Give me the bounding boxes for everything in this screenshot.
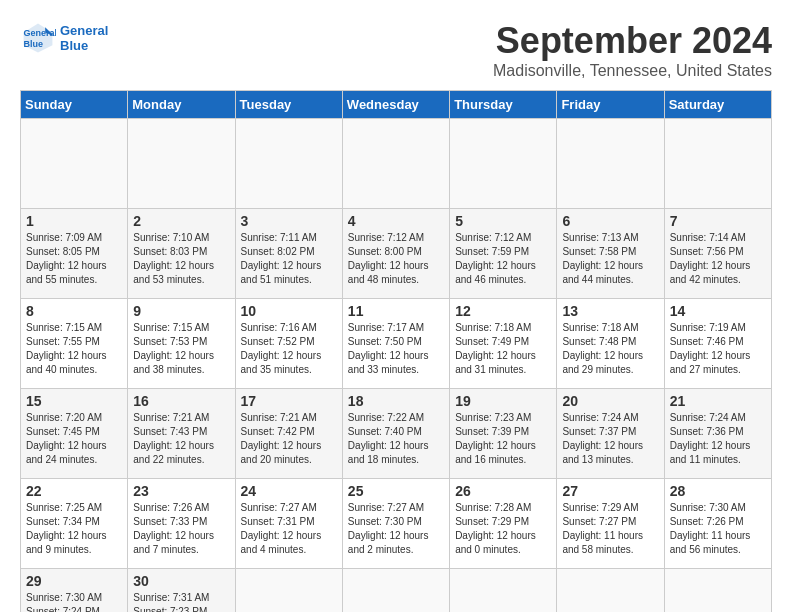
day-number: 20 bbox=[562, 393, 658, 409]
day-number: 26 bbox=[455, 483, 551, 499]
calendar-header-monday: Monday bbox=[128, 91, 235, 119]
calendar-header-wednesday: Wednesday bbox=[342, 91, 449, 119]
calendar-cell: 18Sunrise: 7:22 AM Sunset: 7:40 PM Dayli… bbox=[342, 389, 449, 479]
cell-details: Sunrise: 7:27 AM Sunset: 7:30 PM Dayligh… bbox=[348, 501, 444, 557]
calendar-header-friday: Friday bbox=[557, 91, 664, 119]
calendar-cell: 5Sunrise: 7:12 AM Sunset: 7:59 PM Daylig… bbox=[450, 209, 557, 299]
cell-details: Sunrise: 7:19 AM Sunset: 7:46 PM Dayligh… bbox=[670, 321, 766, 377]
day-number: 27 bbox=[562, 483, 658, 499]
calendar-cell: 17Sunrise: 7:21 AM Sunset: 7:42 PM Dayli… bbox=[235, 389, 342, 479]
calendar-cell: 23Sunrise: 7:26 AM Sunset: 7:33 PM Dayli… bbox=[128, 479, 235, 569]
day-number: 7 bbox=[670, 213, 766, 229]
calendar-cell bbox=[235, 119, 342, 209]
logo-text: General Blue bbox=[60, 23, 108, 53]
calendar-cell: 1Sunrise: 7:09 AM Sunset: 8:05 PM Daylig… bbox=[21, 209, 128, 299]
cell-details: Sunrise: 7:14 AM Sunset: 7:56 PM Dayligh… bbox=[670, 231, 766, 287]
logo-icon: General Blue bbox=[20, 20, 56, 56]
cell-details: Sunrise: 7:09 AM Sunset: 8:05 PM Dayligh… bbox=[26, 231, 122, 287]
day-number: 1 bbox=[26, 213, 122, 229]
calendar-header-tuesday: Tuesday bbox=[235, 91, 342, 119]
calendar-table: SundayMondayTuesdayWednesdayThursdayFrid… bbox=[20, 90, 772, 612]
day-number: 29 bbox=[26, 573, 122, 589]
cell-details: Sunrise: 7:28 AM Sunset: 7:29 PM Dayligh… bbox=[455, 501, 551, 557]
calendar-cell: 3Sunrise: 7:11 AM Sunset: 8:02 PM Daylig… bbox=[235, 209, 342, 299]
calendar-cell bbox=[557, 569, 664, 613]
calendar-cell: 22Sunrise: 7:25 AM Sunset: 7:34 PM Dayli… bbox=[21, 479, 128, 569]
day-number: 18 bbox=[348, 393, 444, 409]
day-number: 3 bbox=[241, 213, 337, 229]
day-number: 15 bbox=[26, 393, 122, 409]
day-number: 8 bbox=[26, 303, 122, 319]
calendar-cell: 25Sunrise: 7:27 AM Sunset: 7:30 PM Dayli… bbox=[342, 479, 449, 569]
cell-details: Sunrise: 7:24 AM Sunset: 7:36 PM Dayligh… bbox=[670, 411, 766, 467]
cell-details: Sunrise: 7:10 AM Sunset: 8:03 PM Dayligh… bbox=[133, 231, 229, 287]
logo: General Blue General Blue bbox=[20, 20, 108, 56]
calendar-cell: 24Sunrise: 7:27 AM Sunset: 7:31 PM Dayli… bbox=[235, 479, 342, 569]
calendar-cell: 9Sunrise: 7:15 AM Sunset: 7:53 PM Daylig… bbox=[128, 299, 235, 389]
cell-details: Sunrise: 7:31 AM Sunset: 7:23 PM Dayligh… bbox=[133, 591, 229, 612]
cell-details: Sunrise: 7:30 AM Sunset: 7:24 PM Dayligh… bbox=[26, 591, 122, 612]
calendar-cell: 29Sunrise: 7:30 AM Sunset: 7:24 PM Dayli… bbox=[21, 569, 128, 613]
calendar-week-row bbox=[21, 119, 772, 209]
calendar-week-row: 22Sunrise: 7:25 AM Sunset: 7:34 PM Dayli… bbox=[21, 479, 772, 569]
page-header: General Blue General Blue September 2024… bbox=[20, 20, 772, 80]
day-number: 22 bbox=[26, 483, 122, 499]
calendar-cell: 30Sunrise: 7:31 AM Sunset: 7:23 PM Dayli… bbox=[128, 569, 235, 613]
calendar-header-saturday: Saturday bbox=[664, 91, 771, 119]
calendar-cell bbox=[342, 569, 449, 613]
cell-details: Sunrise: 7:13 AM Sunset: 7:58 PM Dayligh… bbox=[562, 231, 658, 287]
calendar-week-row: 15Sunrise: 7:20 AM Sunset: 7:45 PM Dayli… bbox=[21, 389, 772, 479]
cell-details: Sunrise: 7:12 AM Sunset: 8:00 PM Dayligh… bbox=[348, 231, 444, 287]
day-number: 23 bbox=[133, 483, 229, 499]
calendar-week-row: 1Sunrise: 7:09 AM Sunset: 8:05 PM Daylig… bbox=[21, 209, 772, 299]
cell-details: Sunrise: 7:21 AM Sunset: 7:42 PM Dayligh… bbox=[241, 411, 337, 467]
cell-details: Sunrise: 7:17 AM Sunset: 7:50 PM Dayligh… bbox=[348, 321, 444, 377]
cell-details: Sunrise: 7:26 AM Sunset: 7:33 PM Dayligh… bbox=[133, 501, 229, 557]
calendar-cell: 6Sunrise: 7:13 AM Sunset: 7:58 PM Daylig… bbox=[557, 209, 664, 299]
svg-text:Blue: Blue bbox=[24, 39, 44, 49]
calendar-header-row: SundayMondayTuesdayWednesdayThursdayFrid… bbox=[21, 91, 772, 119]
day-number: 25 bbox=[348, 483, 444, 499]
calendar-cell: 13Sunrise: 7:18 AM Sunset: 7:48 PM Dayli… bbox=[557, 299, 664, 389]
calendar-cell: 28Sunrise: 7:30 AM Sunset: 7:26 PM Dayli… bbox=[664, 479, 771, 569]
cell-details: Sunrise: 7:16 AM Sunset: 7:52 PM Dayligh… bbox=[241, 321, 337, 377]
calendar-cell: 21Sunrise: 7:24 AM Sunset: 7:36 PM Dayli… bbox=[664, 389, 771, 479]
cell-details: Sunrise: 7:25 AM Sunset: 7:34 PM Dayligh… bbox=[26, 501, 122, 557]
location-title: Madisonville, Tennessee, United States bbox=[493, 62, 772, 80]
calendar-cell: 12Sunrise: 7:18 AM Sunset: 7:49 PM Dayli… bbox=[450, 299, 557, 389]
cell-details: Sunrise: 7:21 AM Sunset: 7:43 PM Dayligh… bbox=[133, 411, 229, 467]
day-number: 19 bbox=[455, 393, 551, 409]
calendar-cell bbox=[235, 569, 342, 613]
calendar-header-thursday: Thursday bbox=[450, 91, 557, 119]
calendar-header-sunday: Sunday bbox=[21, 91, 128, 119]
calendar-cell: 4Sunrise: 7:12 AM Sunset: 8:00 PM Daylig… bbox=[342, 209, 449, 299]
day-number: 24 bbox=[241, 483, 337, 499]
calendar-cell: 2Sunrise: 7:10 AM Sunset: 8:03 PM Daylig… bbox=[128, 209, 235, 299]
calendar-cell: 27Sunrise: 7:29 AM Sunset: 7:27 PM Dayli… bbox=[557, 479, 664, 569]
day-number: 11 bbox=[348, 303, 444, 319]
calendar-week-row: 8Sunrise: 7:15 AM Sunset: 7:55 PM Daylig… bbox=[21, 299, 772, 389]
day-number: 30 bbox=[133, 573, 229, 589]
day-number: 28 bbox=[670, 483, 766, 499]
day-number: 13 bbox=[562, 303, 658, 319]
calendar-cell bbox=[557, 119, 664, 209]
calendar-cell bbox=[342, 119, 449, 209]
calendar-week-row: 29Sunrise: 7:30 AM Sunset: 7:24 PM Dayli… bbox=[21, 569, 772, 613]
calendar-cell bbox=[664, 569, 771, 613]
day-number: 12 bbox=[455, 303, 551, 319]
calendar-body: 1Sunrise: 7:09 AM Sunset: 8:05 PM Daylig… bbox=[21, 119, 772, 613]
day-number: 17 bbox=[241, 393, 337, 409]
calendar-cell: 19Sunrise: 7:23 AM Sunset: 7:39 PM Dayli… bbox=[450, 389, 557, 479]
cell-details: Sunrise: 7:29 AM Sunset: 7:27 PM Dayligh… bbox=[562, 501, 658, 557]
cell-details: Sunrise: 7:23 AM Sunset: 7:39 PM Dayligh… bbox=[455, 411, 551, 467]
cell-details: Sunrise: 7:27 AM Sunset: 7:31 PM Dayligh… bbox=[241, 501, 337, 557]
day-number: 4 bbox=[348, 213, 444, 229]
title-section: September 2024 Madisonville, Tennessee, … bbox=[493, 20, 772, 80]
calendar-cell: 7Sunrise: 7:14 AM Sunset: 7:56 PM Daylig… bbox=[664, 209, 771, 299]
cell-details: Sunrise: 7:12 AM Sunset: 7:59 PM Dayligh… bbox=[455, 231, 551, 287]
calendar-cell: 15Sunrise: 7:20 AM Sunset: 7:45 PM Dayli… bbox=[21, 389, 128, 479]
day-number: 2 bbox=[133, 213, 229, 229]
day-number: 16 bbox=[133, 393, 229, 409]
calendar-cell: 8Sunrise: 7:15 AM Sunset: 7:55 PM Daylig… bbox=[21, 299, 128, 389]
cell-details: Sunrise: 7:24 AM Sunset: 7:37 PM Dayligh… bbox=[562, 411, 658, 467]
